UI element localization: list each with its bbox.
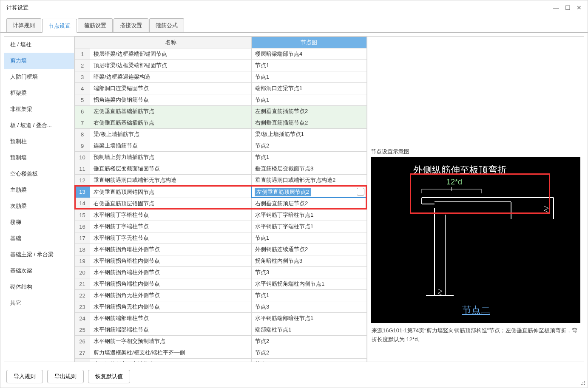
- maximize-icon[interactable]: ☐: [565, 4, 571, 11]
- row-number[interactable]: 1: [75, 48, 90, 60]
- row-number[interactable]: 8: [75, 129, 90, 140]
- cell-name[interactable]: 垂直钢筋遇洞口或端部无节点构造: [90, 175, 252, 187]
- row-number[interactable]: 28: [75, 359, 90, 362]
- row-number[interactable]: 15: [75, 210, 90, 221]
- cell-name[interactable]: 左侧垂直筋基础插筋节点: [90, 106, 252, 117]
- sidebar-item-15[interactable]: 砌体结构: [4, 279, 74, 295]
- sidebar-item-0[interactable]: 柱 / 墙柱: [4, 37, 74, 53]
- row-number[interactable]: 27: [75, 347, 90, 359]
- ellipsis-button[interactable]: ⋯: [357, 188, 364, 195]
- row-number[interactable]: 16: [75, 221, 90, 232]
- close-icon[interactable]: ✕: [577, 4, 582, 11]
- cell-name[interactable]: 水平钢筋斜交丁字墙节点: [90, 359, 252, 362]
- sidebar-item-3[interactable]: 框架梁: [4, 85, 74, 101]
- cell-name[interactable]: 右侧垂直筋顶层锚固节点: [90, 198, 252, 210]
- cell-name[interactable]: 水平钢筋拐角暗柱外侧节点: [90, 244, 252, 255]
- table-row[interactable]: 3暗梁/边框梁遇连梁构造节点1: [75, 71, 367, 83]
- sidebar-item-5[interactable]: 板 / 坡道 / 叠合...: [4, 117, 74, 133]
- cell-name[interactable]: 剪力墙遇框架柱/框支柱/端柱平齐一侧: [90, 347, 252, 359]
- cell-name[interactable]: 楼层暗梁/边框梁端部锚固节点: [90, 48, 252, 60]
- table-row[interactable]: 17水平钢筋丁字无柱节点节点1: [75, 232, 367, 244]
- table-row[interactable]: 14右侧垂直筋顶层锚固节点右侧垂直筋顶层节点2: [75, 198, 367, 210]
- cell-name[interactable]: 水平钢筋丁字无柱节点: [90, 232, 252, 244]
- cell-value[interactable]: 节点1: [252, 60, 367, 71]
- cell-value[interactable]: 节点1: [252, 232, 367, 244]
- row-number[interactable]: 14: [75, 198, 90, 210]
- table-row[interactable]: 15水平钢筋丁字暗柱节点水平钢筋丁字暗柱节点1: [75, 210, 367, 221]
- resize-grip-icon[interactable]: [581, 381, 586, 386]
- row-number[interactable]: 7: [75, 117, 90, 129]
- row-number[interactable]: 3: [75, 71, 90, 83]
- cell-value[interactable]: 节点2: [252, 336, 367, 347]
- row-number[interactable]: 26: [75, 336, 90, 347]
- cell-value[interactable]: 拐角暗柱内侧节点3: [252, 255, 367, 267]
- row-number[interactable]: 21: [75, 278, 90, 290]
- table-row[interactable]: 23水平钢筋拐角无柱内侧节点节点3: [75, 301, 367, 313]
- row-number[interactable]: 13: [75, 186, 90, 198]
- cell-value[interactable]: 端部端柱节点1: [252, 324, 367, 336]
- cell-name[interactable]: 水平钢筋端部暗柱节点: [90, 313, 252, 324]
- cell-name[interactable]: 预制墙上剪力墙插筋节点: [90, 152, 252, 163]
- cell-name[interactable]: 梁/板上墙插筋节点: [90, 129, 252, 140]
- cell-value[interactable]: 节点1: [252, 359, 367, 362]
- cell-value[interactable]: 节点2: [252, 347, 367, 359]
- row-number[interactable]: 19: [75, 255, 90, 267]
- cell-name[interactable]: 水平钢筋端部端柱节点: [90, 324, 252, 336]
- table-row[interactable]: 20水平钢筋拐角端柱外侧节点节点3: [75, 267, 367, 278]
- row-number[interactable]: 2: [75, 60, 90, 71]
- table-row[interactable]: 4端部洞口连梁锚固节点端部洞口连梁节点1: [75, 83, 367, 94]
- sidebar-item-11[interactable]: 楼梯: [4, 214, 74, 230]
- footer-btn-0[interactable]: 导入规则: [6, 370, 43, 383]
- col-value-header[interactable]: 节点图: [252, 37, 367, 48]
- cell-value[interactable]: 节点3: [252, 267, 367, 278]
- row-number[interactable]: 5: [75, 94, 90, 106]
- cell-name[interactable]: 拐角连梁内侧钢筋节点: [90, 94, 252, 106]
- cell-value[interactable]: 左侧垂直筋插筋节点2: [252, 106, 367, 117]
- sidebar-item-1[interactable]: 剪力墙: [4, 53, 74, 69]
- row-number[interactable]: 23: [75, 301, 90, 313]
- cell-value[interactable]: 楼层暗梁端部节点4: [252, 48, 367, 60]
- row-number[interactable]: 4: [75, 83, 90, 94]
- table-row[interactable]: 1楼层暗梁/边框梁端部锚固节点楼层暗梁端部节点4: [75, 48, 367, 60]
- sidebar-item-14[interactable]: 基础次梁: [4, 263, 74, 279]
- cell-value[interactable]: 外侧钢筋连续通节点2: [252, 244, 367, 255]
- cell-name[interactable]: 端部洞口连梁锚固节点: [90, 83, 252, 94]
- tab-1[interactable]: 节点设置: [42, 19, 77, 33]
- cell-value[interactable]: 左侧垂直筋顶层节点2⋯: [252, 186, 367, 198]
- cell-name[interactable]: 水平钢筋丁字端柱节点: [90, 221, 252, 232]
- cell-name[interactable]: 水平钢筋丁字暗柱节点: [90, 210, 252, 221]
- sidebar-item-16[interactable]: 其它: [4, 295, 74, 311]
- tab-2[interactable]: 箍筋设置: [78, 18, 113, 32]
- table-row[interactable]: 11垂直筋楼层变截面锚固节点垂直筋楼层变截面节点3: [75, 163, 367, 175]
- row-number[interactable]: 17: [75, 232, 90, 244]
- cell-value[interactable]: 节点1: [252, 152, 367, 163]
- table-row[interactable]: 28水平钢筋斜交丁字墙节点节点1: [75, 359, 367, 362]
- cell-value[interactable]: 水平钢筋丁字端柱节点1: [252, 221, 367, 232]
- footer-btn-2[interactable]: 恢复默认值: [88, 370, 130, 383]
- cell-value[interactable]: 端部洞口连梁节点1: [252, 83, 367, 94]
- cell-value[interactable]: 节点2: [252, 140, 367, 152]
- table-row[interactable]: 8梁/板上墙插筋节点梁/板上墙插筋节点1: [75, 129, 367, 140]
- row-number[interactable]: 9: [75, 140, 90, 152]
- cell-name[interactable]: 连梁上墙插筋节点: [90, 140, 252, 152]
- table-row[interactable]: 24水平钢筋端部暗柱节点水平钢筋端部暗柱节点1: [75, 313, 367, 324]
- tab-4[interactable]: 箍筋公式: [149, 18, 184, 32]
- row-number[interactable]: 12: [75, 175, 90, 187]
- table-row[interactable]: 25水平钢筋端部端柱节点端部端柱节点1: [75, 324, 367, 336]
- col-name-header[interactable]: 名称: [90, 37, 252, 48]
- sidebar-item-8[interactable]: 空心楼盖板: [4, 166, 74, 182]
- row-number[interactable]: 6: [75, 106, 90, 117]
- cell-value[interactable]: 节点1: [252, 290, 367, 301]
- table-row[interactable]: 16水平钢筋丁字端柱节点水平钢筋丁字端柱节点1: [75, 221, 367, 232]
- cell-name[interactable]: 水平钢筋一字相交预制墙节点: [90, 336, 252, 347]
- cell-name[interactable]: 左侧垂直筋顶层锚固节点: [90, 186, 252, 198]
- table-row[interactable]: 5拐角连梁内侧钢筋节点节点1: [75, 94, 367, 106]
- sidebar-item-6[interactable]: 预制柱: [4, 133, 74, 150]
- table-container[interactable]: 名称 节点图 1楼层暗梁/边框梁端部锚固节点楼层暗梁端部节点42顶层暗梁/边框梁…: [74, 37, 367, 362]
- sidebar-item-9[interactable]: 主肋梁: [4, 182, 74, 198]
- cell-value[interactable]: 节点1: [252, 94, 367, 106]
- cell-name[interactable]: 右侧垂直筋基础插筋节点: [90, 117, 252, 129]
- cell-value[interactable]: 梁/板上墙插筋节点1: [252, 129, 367, 140]
- diagram-node-link[interactable]: 节点二: [462, 304, 490, 317]
- cell-value[interactable]: 垂直筋楼层变截面节点3: [252, 163, 367, 175]
